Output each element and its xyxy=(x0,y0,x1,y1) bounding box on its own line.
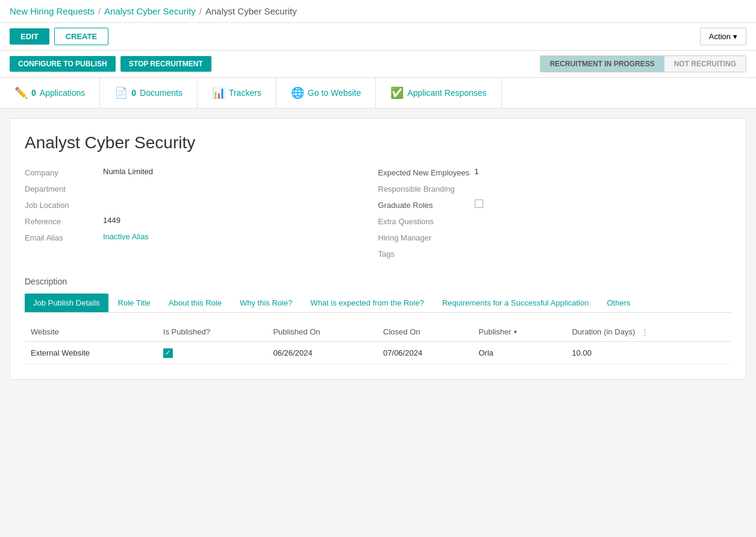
action-dropdown[interactable]: Action ▾ xyxy=(700,28,746,45)
responsible-branding-label: Responsible Branding xyxy=(378,183,457,193)
fields-right: Expected New Employees 1 Responsible Bra… xyxy=(378,167,732,265)
col-duration-options-icon[interactable]: ⋮ xyxy=(641,327,649,336)
edit-button[interactable]: EDIT xyxy=(10,28,49,45)
field-tags: Tags xyxy=(378,248,708,259)
cell-closed-on: 07/06/2024 xyxy=(377,342,472,365)
cell-is-published[interactable]: ✓ xyxy=(157,342,267,365)
reference-value: 1449 xyxy=(103,216,120,225)
globe-icon: 🌐 xyxy=(291,86,304,99)
trackers-label: Trackers xyxy=(229,88,261,98)
action-bar: EDIT CREATE Action ▾ xyxy=(0,23,756,51)
document-icon: 📄 xyxy=(114,86,128,99)
table-row: External Website✓06/26/202407/06/2024Orl… xyxy=(25,342,731,365)
department-label: Department xyxy=(25,183,103,193)
job-location-label: Job Location xyxy=(25,199,103,210)
tab-trackers[interactable]: 📊 Trackers xyxy=(198,78,276,108)
publish-details-table: Website Is Published? Published On Close… xyxy=(25,322,731,365)
applicant-responses-label: Applicant Responses xyxy=(407,88,487,98)
tab-website[interactable]: 🌐 Go to Website xyxy=(276,78,376,108)
check-icon: ✅ xyxy=(390,86,404,99)
top-bar: New Hiring Requests / Analyst Cyber Secu… xyxy=(0,0,756,23)
description-section-label: Description xyxy=(25,277,731,286)
inner-tab-why-role[interactable]: Why this Role? xyxy=(231,294,301,312)
fields-grid: Company Numla Limited Department Job Loc… xyxy=(25,167,731,265)
expected-employees-value: 1 xyxy=(475,167,479,176)
published-checkbox[interactable]: ✓ xyxy=(163,348,173,358)
applications-label: Applications xyxy=(40,88,86,98)
field-reference: Reference 1449 xyxy=(25,216,354,226)
create-button[interactable]: CREATE xyxy=(54,28,108,45)
chart-icon: 📊 xyxy=(212,86,225,99)
field-extra-questions: Extra Questions xyxy=(378,216,708,226)
col-website: Website xyxy=(25,322,157,342)
job-title: Analyst Cyber Security xyxy=(25,133,731,152)
inner-tab-job-publish-details[interactable]: Job Publish Details xyxy=(25,294,108,312)
cell-website: External Website xyxy=(25,342,157,365)
tab-nav: ✏️ 0 Applications 📄 0 Documents 📊 Tracke… xyxy=(0,78,756,108)
website-label: Go to Website xyxy=(308,88,361,98)
inner-tab-others[interactable]: Others xyxy=(598,294,639,312)
inner-tabs: Job Publish Details Role Title About thi… xyxy=(25,294,731,313)
configure-publish-button[interactable]: CONFIGURE TO PUBLISH xyxy=(10,56,116,72)
tab-documents[interactable]: 📄 0 Documents xyxy=(100,78,198,108)
inner-tab-role-title[interactable]: Role Title xyxy=(110,294,159,312)
email-alias-value[interactable]: Inactive Alias xyxy=(103,232,149,241)
tab-applications[interactable]: ✏️ 0 Applications xyxy=(0,78,100,108)
extra-questions-label: Extra Questions xyxy=(378,216,457,226)
graduate-roles-label: Graduate Roles xyxy=(378,199,475,210)
sort-icon: ▾ xyxy=(514,328,517,335)
expected-employees-label: Expected New Employees xyxy=(378,167,475,177)
breadcrumb-new-hiring[interactable]: New Hiring Requests xyxy=(10,6,95,16)
company-label: Company xyxy=(25,167,103,177)
publish-bar: CONFIGURE TO PUBLISH STOP RECRUITMENT RE… xyxy=(0,51,756,78)
breadcrumb-analyst-cyber[interactable]: Analyst Cyber Security xyxy=(104,6,196,16)
tags-label: Tags xyxy=(378,248,457,259)
col-publisher[interactable]: Publisher ▾ xyxy=(473,322,566,342)
field-graduate-roles: Graduate Roles xyxy=(378,199,708,210)
email-alias-label: Email Alias xyxy=(25,232,103,242)
col-duration: Duration (in Days) ⋮ xyxy=(566,322,731,342)
col-published-on: Published On xyxy=(267,322,377,342)
field-department: Department xyxy=(25,183,354,193)
documents-count: 0 xyxy=(131,88,136,98)
field-email-alias: Email Alias Inactive Alias xyxy=(25,232,354,242)
hiring-manager-label: Hiring Manager xyxy=(378,232,457,242)
documents-label: Documents xyxy=(140,88,183,98)
action-label: Action xyxy=(709,32,731,41)
breadcrumb-sep-2: / xyxy=(199,6,202,16)
graduate-roles-checkbox[interactable] xyxy=(475,199,483,208)
breadcrumb: New Hiring Requests / Analyst Cyber Secu… xyxy=(10,6,746,16)
col-is-published: Is Published? xyxy=(157,322,267,342)
field-responsible-branding: Responsible Branding xyxy=(378,183,708,193)
status-recruitment-in-progress[interactable]: RECRUITMENT IN PROGRESS xyxy=(540,56,664,72)
cell-publisher: Orla xyxy=(473,342,566,365)
status-not-recruiting[interactable]: NOT RECRUITING xyxy=(664,56,746,72)
col-closed-on: Closed On xyxy=(377,322,472,342)
field-company: Company Numla Limited xyxy=(25,167,354,177)
company-value: Numla Limited xyxy=(103,167,153,176)
inner-tab-expected-from-role[interactable]: What is expected from the Role? xyxy=(302,294,433,312)
breadcrumb-sep-1: / xyxy=(98,6,101,16)
pencil-icon: ✏️ xyxy=(14,86,28,99)
cell-published-on: 06/26/2024 xyxy=(267,342,377,365)
col-publisher-label: Publisher xyxy=(479,327,511,336)
inner-tab-requirements[interactable]: Requirements for a Successful Applicatio… xyxy=(434,294,598,312)
stop-recruitment-button[interactable]: STOP RECRUITMENT xyxy=(120,56,211,72)
field-expected-employees: Expected New Employees 1 xyxy=(378,167,708,177)
cell-duration: 10.00 xyxy=(566,342,731,365)
fields-left: Company Numla Limited Department Job Loc… xyxy=(25,167,378,265)
status-bar: RECRUITMENT IN PROGRESS NOT RECRUITING xyxy=(540,55,746,72)
breadcrumb-current: Analyst Cyber Security xyxy=(205,6,297,16)
field-hiring-manager: Hiring Manager xyxy=(378,232,708,242)
tab-applicant-responses[interactable]: ✅ Applicant Responses xyxy=(376,78,502,108)
reference-label: Reference xyxy=(25,216,103,226)
main-content: Analyst Cyber Security Company Numla Lim… xyxy=(10,118,746,380)
action-chevron-icon: ▾ xyxy=(733,32,737,41)
applications-count: 0 xyxy=(31,88,36,98)
field-job-location: Job Location xyxy=(25,199,354,210)
inner-tab-about-role[interactable]: About this Role xyxy=(160,294,230,312)
